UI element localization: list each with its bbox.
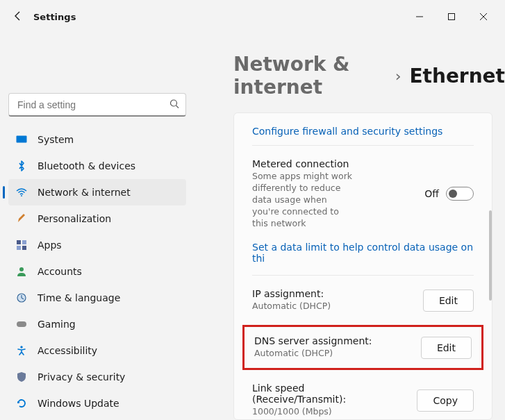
sidebar-item-accounts[interactable]: Accounts: [8, 258, 186, 285]
close-icon: [480, 13, 487, 20]
settings-panel: Configure firewall and security settings…: [233, 112, 492, 420]
svg-point-13: [20, 346, 22, 348]
brush-icon: [15, 214, 28, 224]
sidebar-item-gaming[interactable]: Gaming: [8, 311, 186, 337]
search-input[interactable]: [8, 93, 186, 117]
titlebar: Settings: [0, 0, 505, 33]
sidebar: System Bluetooth & devices Network & int…: [0, 33, 194, 420]
clock-globe-icon: [15, 293, 28, 303]
chevron-right-icon: ›: [395, 67, 401, 85]
sidebar-item-apps[interactable]: Apps: [8, 232, 186, 258]
sidebar-item-privacy[interactable]: Privacy & security: [8, 364, 186, 390]
ip-edit-button[interactable]: Edit: [423, 289, 474, 312]
link-speed-title: Link speed (Receive/Transmit):: [252, 383, 381, 405]
svg-rect-9: [22, 246, 26, 250]
toggle-label: Off: [424, 188, 439, 199]
minimize-button[interactable]: [404, 6, 436, 28]
sidebar-item-label: Personalization: [38, 213, 111, 224]
svg-line-3: [176, 106, 179, 108]
svg-point-5: [21, 195, 22, 196]
dns-edit-button[interactable]: Edit: [421, 337, 472, 359]
bluetooth-icon: [15, 160, 28, 171]
shield-icon: [15, 372, 28, 382]
copy-button[interactable]: Copy: [417, 389, 474, 412]
svg-rect-7: [22, 240, 26, 244]
maximize-button[interactable]: [436, 6, 467, 28]
wifi-icon: [15, 188, 28, 196]
sidebar-item-label: Windows Update: [38, 398, 119, 409]
dns-value: Automatic (DHCP): [254, 348, 372, 360]
ip-title: IP assignment:: [252, 288, 331, 299]
search-icon: [169, 99, 179, 111]
dns-highlight: DNS server assignment: Automatic (DHCP) …: [242, 325, 483, 370]
sidebar-item-label: Accessibility: [38, 345, 97, 356]
person-icon: [15, 267, 28, 276]
metered-title: Metered connection: [252, 158, 356, 169]
svg-rect-12: [17, 321, 26, 327]
metered-toggle[interactable]: [446, 187, 474, 201]
firewall-link[interactable]: Configure firewall and security settings: [252, 126, 442, 137]
back-button[interactable]: [13, 10, 24, 24]
sidebar-item-label: Accounts: [38, 266, 82, 277]
sidebar-item-update[interactable]: Windows Update: [8, 390, 186, 417]
sidebar-item-label: Privacy & security: [38, 371, 125, 383]
svg-rect-1: [449, 14, 455, 20]
svg-point-2: [171, 100, 177, 106]
breadcrumb-current: Ethernet: [409, 65, 505, 87]
breadcrumb: Network & internet › Ethernet: [233, 53, 505, 99]
dns-title: DNS server assignment:: [254, 335, 372, 346]
metered-desc: Some apps might work differently to redu…: [252, 171, 356, 229]
sidebar-item-network[interactable]: Network & internet: [8, 179, 186, 205]
link-speed-value: 1000/1000 (Mbps): [252, 406, 381, 418]
sidebar-item-label: Time & language: [38, 292, 120, 303]
breadcrumb-parent[interactable]: Network & internet: [233, 53, 387, 99]
maximize-icon: [448, 13, 455, 20]
window-title: Settings: [33, 12, 76, 22]
ip-value: Automatic (DHCP): [252, 301, 331, 312]
svg-rect-6: [17, 240, 21, 244]
sidebar-item-label: Apps: [38, 240, 62, 251]
data-limit-link[interactable]: Set a data limit to help control data us…: [252, 242, 473, 264]
sidebar-item-label: Network & internet: [38, 187, 131, 198]
gamepad-icon: [15, 320, 28, 328]
minimize-icon: [416, 13, 423, 20]
accessibility-icon: [15, 346, 28, 355]
sidebar-item-bluetooth[interactable]: Bluetooth & devices: [8, 153, 186, 179]
sidebar-item-time[interactable]: Time & language: [8, 285, 186, 311]
sidebar-item-personalization[interactable]: Personalization: [8, 205, 186, 232]
svg-point-10: [19, 267, 24, 271]
sidebar-item-accessibility[interactable]: Accessibility: [8, 337, 186, 364]
svg-rect-4: [17, 136, 27, 143]
sidebar-item-system[interactable]: System: [8, 126, 186, 153]
sidebar-item-label: Bluetooth & devices: [38, 160, 135, 171]
svg-rect-8: [17, 246, 21, 250]
scrollbar[interactable]: [489, 210, 492, 301]
search-box[interactable]: [8, 93, 186, 117]
close-button[interactable]: [467, 6, 499, 28]
sidebar-item-label: System: [38, 134, 74, 145]
display-icon: [15, 135, 28, 144]
apps-icon: [15, 240, 28, 250]
update-icon: [15, 398, 28, 408]
arrow-left-icon: [13, 10, 24, 22]
sidebar-item-label: Gaming: [38, 319, 76, 330]
